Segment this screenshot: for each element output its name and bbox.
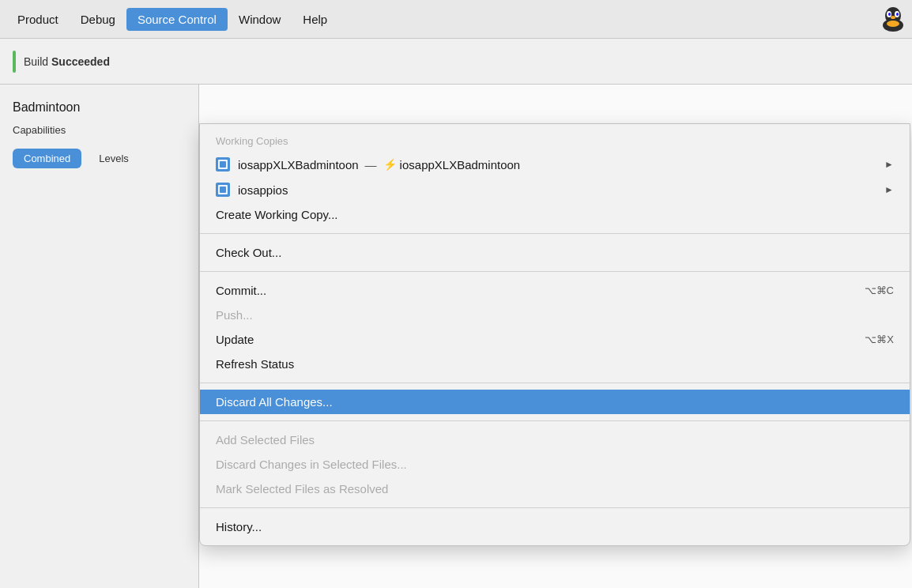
sidebar: Badmintoon Capabilities Combined Levels [0, 85, 199, 588]
menu-item-window[interactable]: Window [228, 8, 292, 31]
selected-files-section: Add Selected Files Discard Changes in Se… [200, 420, 910, 507]
source-control-dropdown: Working Copies iosappXLXBadmintoon — ⚡ i… [199, 123, 910, 546]
commit-label: Commit... [216, 284, 266, 297]
add-selected-files-label: Add Selected Files [216, 433, 315, 447]
mark-selected-resolved-item: Mark Selected Files as Resolved [200, 477, 910, 501]
refresh-status-label: Refresh Status [216, 357, 294, 371]
svg-rect-13 [220, 187, 226, 193]
svg-point-4 [888, 13, 891, 16]
svg-rect-10 [220, 161, 226, 168]
build-status-text: Build Succeeded [24, 55, 110, 68]
check-out-item[interactable]: Check Out... [200, 240, 910, 265]
update-shortcut: ⌥⌘X [865, 334, 894, 345]
mark-selected-resolved-label: Mark Selected Files as Resolved [216, 482, 388, 496]
repo1-arrow: ► [884, 159, 894, 170]
main-content: Badmintoon Capabilities Combined Levels … [0, 85, 912, 588]
sidebar-tabs: Combined Levels [0, 142, 198, 175]
refresh-status-item[interactable]: Refresh Status [200, 352, 910, 376]
create-working-copy-item[interactable]: Create Working Copy... [200, 202, 910, 227]
discard-changes-selected-label: Discard Changes in Selected Files... [216, 458, 407, 471]
check-out-label: Check Out... [216, 246, 281, 259]
tab-levels[interactable]: Levels [88, 149, 140, 168]
repo1-icon [216, 157, 230, 172]
menu-bar: Product Debug Source Control Window Help [0, 0, 912, 39]
repo2-item[interactable]: iosappios ► [200, 177, 910, 202]
history-label: History... [216, 520, 262, 533]
checkout-section: Check Out... [200, 233, 910, 271]
tab-combined[interactable]: Combined [13, 149, 81, 168]
repo1-item[interactable]: iosappXLXBadmintoon — ⚡ iosappXLXBadmint… [200, 152, 910, 177]
version-control-section: Commit... ⌥⌘C Push... Update ⌥⌘X Refresh… [200, 271, 910, 383]
svg-point-6 [891, 16, 895, 19]
svg-point-7 [887, 21, 899, 27]
create-working-copy-label: Create Working Copy... [216, 208, 338, 221]
update-label: Update [216, 333, 254, 346]
build-status-bar [13, 51, 16, 73]
commit-shortcut: ⌥⌘C [865, 285, 894, 296]
menu-item-help[interactable]: Help [292, 8, 338, 31]
repo1-label: iosappXLXBadmintoon [238, 158, 359, 172]
separator-icon: — [365, 158, 377, 172]
discard-section: Discard All Changes... [200, 383, 910, 420]
commit-item[interactable]: Commit... ⌥⌘C [200, 278, 910, 303]
repo2-label: iosappios [238, 183, 288, 197]
menu-item-debug[interactable]: Debug [70, 8, 126, 31]
menu-item-source-control[interactable]: Source Control [126, 8, 228, 31]
notification-icon [880, 6, 906, 32]
push-label: Push... [216, 308, 253, 322]
repo2-arrow: ► [884, 184, 894, 195]
working-copies-section: Working Copies iosappXLXBadmintoon — ⚡ i… [200, 124, 910, 233]
working-copies-header: Working Copies [200, 130, 910, 152]
sidebar-capabilities: Capabilities [0, 121, 198, 139]
repo2-icon [216, 183, 230, 197]
discard-all-changes-item[interactable]: Discard All Changes... [200, 390, 910, 414]
sidebar-title: Badmintoon [0, 94, 198, 121]
repo1-branch-label: iosappXLXBadmintoon [400, 158, 521, 172]
discard-changes-selected-item: Discard Changes in Selected Files... [200, 452, 910, 477]
discard-all-changes-label: Discard All Changes... [216, 395, 333, 409]
menu-item-product[interactable]: Product [6, 8, 70, 31]
update-item[interactable]: Update ⌥⌘X [200, 327, 910, 352]
fork-icon: ⚡ [383, 158, 397, 171]
toolbar: Build Succeeded [0, 39, 912, 85]
svg-point-5 [896, 13, 899, 16]
history-item[interactable]: History... [200, 514, 910, 539]
build-status: Build Succeeded [13, 51, 110, 73]
menu-bar-right [880, 6, 906, 32]
push-item: Push... [200, 303, 910, 327]
history-section: History... [200, 507, 910, 545]
add-selected-files-item: Add Selected Files [200, 428, 910, 452]
